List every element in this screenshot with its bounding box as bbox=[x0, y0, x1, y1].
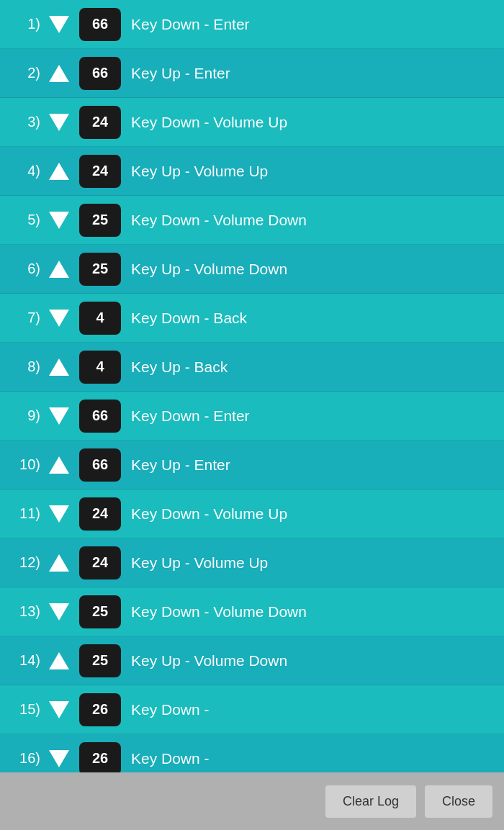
key-code-badge: 24 bbox=[79, 546, 121, 579]
row-index: 12) bbox=[9, 554, 46, 571]
row-index: 9) bbox=[9, 407, 46, 424]
key-code-badge: 66 bbox=[79, 57, 121, 90]
arrow-down-icon bbox=[46, 207, 72, 233]
table-row: 9)66Key Down - Enter bbox=[0, 392, 504, 441]
key-code-badge: 66 bbox=[79, 400, 121, 433]
key-description: Key Down - Enter bbox=[131, 16, 250, 33]
arrow-up-icon bbox=[46, 256, 72, 282]
key-code-badge: 25 bbox=[79, 204, 121, 237]
table-row: 12)24Key Up - Volume Up bbox=[0, 538, 504, 587]
table-row: 13)25Key Down - Volume Down bbox=[0, 587, 504, 636]
arrow-down-icon bbox=[46, 599, 72, 625]
close-button[interactable]: Close bbox=[425, 785, 492, 818]
table-row: 8)4Key Up - Back bbox=[0, 343, 504, 392]
arrow-down-icon bbox=[46, 501, 72, 527]
row-index: 8) bbox=[9, 358, 46, 375]
row-index: 1) bbox=[9, 16, 46, 32]
key-code-badge: 25 bbox=[79, 595, 121, 628]
key-code-badge: 26 bbox=[79, 693, 121, 726]
key-description: Key Down - bbox=[131, 750, 210, 767]
key-description: Key Up - Volume Up bbox=[131, 554, 268, 572]
key-code-badge: 24 bbox=[79, 106, 121, 139]
table-row: 6)25Key Up - Volume Down bbox=[0, 245, 504, 294]
key-description: Key Up - Enter bbox=[131, 456, 230, 474]
row-index: 10) bbox=[9, 456, 46, 473]
row-index: 4) bbox=[9, 163, 46, 179]
arrow-up-icon bbox=[46, 354, 72, 380]
key-code-badge: 4 bbox=[79, 302, 121, 335]
arrow-down-icon bbox=[46, 109, 72, 135]
table-row: 15)26Key Down - bbox=[0, 685, 504, 734]
arrow-down-icon bbox=[46, 746, 72, 772]
table-row: 11)24Key Down - Volume Up bbox=[0, 490, 504, 538]
key-description: Key Down - Volume Down bbox=[131, 212, 307, 229]
arrow-down-icon bbox=[46, 697, 72, 723]
key-code-badge: 4 bbox=[79, 351, 121, 384]
arrow-up-icon bbox=[46, 648, 72, 674]
arrow-up-icon bbox=[46, 158, 72, 184]
table-row: 5)25Key Down - Volume Down bbox=[0, 196, 504, 245]
row-index: 13) bbox=[9, 603, 46, 620]
row-index: 15) bbox=[9, 701, 46, 718]
key-code-badge: 26 bbox=[79, 742, 121, 775]
key-description: Key Down - Back bbox=[131, 310, 247, 327]
row-index: 16) bbox=[9, 750, 46, 767]
arrow-down-icon bbox=[46, 403, 72, 429]
table-row: 14)25Key Up - Volume Down bbox=[0, 636, 504, 685]
row-index: 5) bbox=[9, 212, 46, 228]
table-row: 7)4Key Down - Back bbox=[0, 294, 504, 343]
arrow-up-icon bbox=[46, 452, 72, 478]
key-description: Key Up - Volume Up bbox=[131, 163, 268, 180]
key-description: Key Down - Volume Down bbox=[131, 603, 307, 621]
arrow-down-icon bbox=[46, 305, 72, 331]
key-code-badge: 24 bbox=[79, 497, 121, 531]
key-code-badge: 25 bbox=[79, 253, 121, 286]
key-description: Key Up - Volume Down bbox=[131, 261, 287, 278]
bottom-bar: Clear Log Close bbox=[0, 772, 504, 830]
row-index: 6) bbox=[9, 261, 46, 277]
table-row: 10)66Key Up - Enter bbox=[0, 441, 504, 490]
arrow-up-icon bbox=[46, 550, 72, 576]
key-description: Key Up - Volume Down bbox=[131, 652, 287, 669]
key-code-badge: 66 bbox=[79, 8, 121, 41]
key-description: Key Down - bbox=[131, 701, 210, 718]
row-index: 14) bbox=[9, 652, 46, 669]
table-row: 1)66Key Down - Enter bbox=[0, 0, 504, 49]
clear-log-button[interactable]: Clear Log bbox=[325, 785, 416, 818]
row-index: 11) bbox=[9, 505, 46, 522]
row-index: 3) bbox=[9, 114, 46, 130]
key-description: Key Down - Enter bbox=[131, 407, 250, 425]
table-row: 3)24Key Down - Volume Up bbox=[0, 98, 504, 147]
row-index: 2) bbox=[9, 65, 46, 81]
row-index: 7) bbox=[9, 310, 46, 326]
key-description: Key Up - Enter bbox=[131, 65, 230, 82]
key-code-badge: 24 bbox=[79, 155, 121, 188]
key-description: Key Down - Volume Up bbox=[131, 114, 287, 131]
table-row: 4)24Key Up - Volume Up bbox=[0, 147, 504, 196]
key-code-badge: 66 bbox=[79, 448, 121, 482]
key-code-badge: 25 bbox=[79, 644, 121, 677]
table-row: 2)66Key Up - Enter bbox=[0, 49, 504, 98]
key-description: Key Down - Volume Up bbox=[131, 505, 287, 523]
arrow-down-icon bbox=[46, 12, 72, 37]
key-description: Key Up - Back bbox=[131, 358, 228, 376]
arrow-up-icon bbox=[46, 60, 72, 86]
